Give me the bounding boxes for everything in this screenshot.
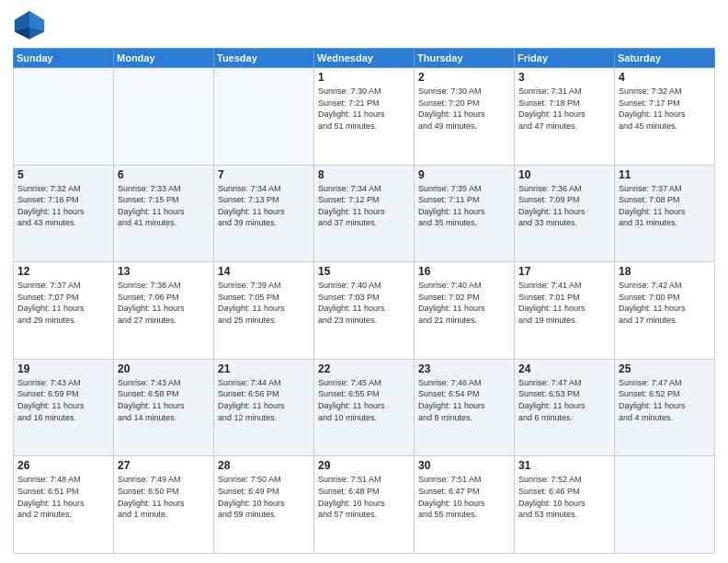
- day-info: Sunrise: 7:45 AM Sunset: 6:55 PM Dayligh…: [318, 377, 410, 423]
- day-info: Sunrise: 7:47 AM Sunset: 6:52 PM Dayligh…: [619, 377, 711, 423]
- day-number: 29: [318, 459, 410, 472]
- day-header-friday: Friday: [515, 49, 615, 68]
- day-number: 28: [218, 459, 310, 472]
- day-info: Sunrise: 7:47 AM Sunset: 6:53 PM Dayligh…: [518, 377, 610, 423]
- day-number: 1: [318, 71, 410, 84]
- calendar-cell: 6Sunrise: 7:33 AM Sunset: 7:15 PM Daylig…: [114, 165, 214, 262]
- day-number: 27: [118, 459, 210, 472]
- calendar-cell: 14Sunrise: 7:39 AM Sunset: 7:05 PM Dayli…: [214, 262, 314, 360]
- day-info: Sunrise: 7:46 AM Sunset: 6:54 PM Dayligh…: [418, 377, 510, 423]
- calendar-cell: 4Sunrise: 7:32 AM Sunset: 7:17 PM Daylig…: [615, 68, 715, 166]
- day-number: 10: [518, 168, 610, 181]
- day-header-wednesday: Wednesday: [314, 49, 415, 68]
- day-info: Sunrise: 7:33 AM Sunset: 7:15 PM Dayligh…: [118, 183, 210, 229]
- calendar: SundayMondayTuesdayWednesdayThursdayFrid…: [13, 48, 715, 554]
- day-number: 17: [518, 265, 610, 278]
- calendar-cell: 1Sunrise: 7:30 AM Sunset: 7:21 PM Daylig…: [314, 68, 415, 166]
- day-info: Sunrise: 7:40 AM Sunset: 7:02 PM Dayligh…: [418, 280, 510, 326]
- page: SundayMondayTuesdayWednesdayThursdayFrid…: [0, 0, 728, 563]
- calendar-cell: 18Sunrise: 7:42 AM Sunset: 7:00 PM Dayli…: [615, 262, 715, 360]
- day-number: 22: [318, 362, 410, 375]
- week-row-3: 12Sunrise: 7:37 AM Sunset: 7:07 PM Dayli…: [14, 262, 715, 360]
- day-info: Sunrise: 7:40 AM Sunset: 7:03 PM Dayligh…: [318, 280, 410, 326]
- day-header-monday: Monday: [114, 49, 214, 68]
- calendar-cell: 24Sunrise: 7:47 AM Sunset: 6:53 PM Dayli…: [515, 359, 615, 456]
- day-number: 9: [418, 168, 510, 181]
- logo-icon: [13, 9, 46, 42]
- calendar-cell: [615, 456, 715, 554]
- calendar-cell: 21Sunrise: 7:44 AM Sunset: 6:56 PM Dayli…: [214, 359, 314, 456]
- day-info: Sunrise: 7:30 AM Sunset: 7:21 PM Dayligh…: [318, 86, 410, 132]
- day-number: 14: [218, 265, 310, 278]
- day-number: 7: [218, 168, 310, 181]
- day-info: Sunrise: 7:44 AM Sunset: 6:56 PM Dayligh…: [218, 377, 310, 423]
- calendar-cell: 31Sunrise: 7:52 AM Sunset: 6:46 PM Dayli…: [515, 456, 615, 554]
- day-number: 8: [318, 168, 410, 181]
- calendar-cell: 5Sunrise: 7:32 AM Sunset: 7:16 PM Daylig…: [14, 165, 114, 262]
- calendar-cell: 13Sunrise: 7:38 AM Sunset: 7:06 PM Dayli…: [114, 262, 214, 360]
- day-info: Sunrise: 7:37 AM Sunset: 7:07 PM Dayligh…: [17, 280, 109, 326]
- day-number: 30: [418, 459, 510, 472]
- day-header-tuesday: Tuesday: [214, 49, 314, 68]
- day-info: Sunrise: 7:34 AM Sunset: 7:13 PM Dayligh…: [218, 183, 310, 229]
- day-info: Sunrise: 7:31 AM Sunset: 7:18 PM Dayligh…: [518, 86, 610, 132]
- day-header-saturday: Saturday: [615, 49, 715, 68]
- day-info: Sunrise: 7:50 AM Sunset: 6:49 PM Dayligh…: [218, 474, 310, 520]
- day-info: Sunrise: 7:51 AM Sunset: 6:47 PM Dayligh…: [418, 474, 510, 520]
- day-info: Sunrise: 7:32 AM Sunset: 7:17 PM Dayligh…: [619, 86, 711, 132]
- calendar-cell: 12Sunrise: 7:37 AM Sunset: 7:07 PM Dayli…: [14, 262, 114, 360]
- day-info: Sunrise: 7:35 AM Sunset: 7:11 PM Dayligh…: [418, 183, 510, 229]
- calendar-cell: 23Sunrise: 7:46 AM Sunset: 6:54 PM Dayli…: [415, 359, 515, 456]
- day-number: 26: [17, 459, 109, 472]
- day-number: 2: [418, 71, 510, 84]
- calendar-cell: 22Sunrise: 7:45 AM Sunset: 6:55 PM Dayli…: [314, 359, 415, 456]
- day-info: Sunrise: 7:39 AM Sunset: 7:05 PM Dayligh…: [218, 280, 310, 326]
- day-number: 23: [418, 362, 510, 375]
- calendar-cell: 2Sunrise: 7:30 AM Sunset: 7:20 PM Daylig…: [415, 68, 515, 166]
- day-info: Sunrise: 7:30 AM Sunset: 7:20 PM Dayligh…: [418, 86, 510, 132]
- day-info: Sunrise: 7:34 AM Sunset: 7:12 PM Dayligh…: [318, 183, 410, 229]
- week-row-1: 1Sunrise: 7:30 AM Sunset: 7:21 PM Daylig…: [14, 68, 715, 166]
- day-number: 5: [17, 168, 109, 181]
- calendar-cell: [214, 68, 314, 166]
- day-info: Sunrise: 7:36 AM Sunset: 7:09 PM Dayligh…: [518, 183, 610, 229]
- calendar-cell: 20Sunrise: 7:43 AM Sunset: 6:58 PM Dayli…: [114, 359, 214, 456]
- day-header-sunday: Sunday: [14, 49, 114, 68]
- header: [13, 9, 715, 42]
- calendar-cell: 29Sunrise: 7:51 AM Sunset: 6:48 PM Dayli…: [314, 456, 415, 554]
- day-info: Sunrise: 7:49 AM Sunset: 6:50 PM Dayligh…: [118, 474, 210, 520]
- calendar-cell: 15Sunrise: 7:40 AM Sunset: 7:03 PM Dayli…: [314, 262, 415, 360]
- day-info: Sunrise: 7:41 AM Sunset: 7:01 PM Dayligh…: [518, 280, 610, 326]
- calendar-cell: 17Sunrise: 7:41 AM Sunset: 7:01 PM Dayli…: [515, 262, 615, 360]
- day-number: 13: [118, 265, 210, 278]
- calendar-cell: [14, 68, 114, 166]
- day-number: 25: [619, 362, 711, 375]
- day-number: 4: [619, 71, 711, 84]
- calendar-cell: 26Sunrise: 7:48 AM Sunset: 6:51 PM Dayli…: [14, 456, 114, 554]
- day-number: 18: [619, 265, 711, 278]
- day-info: Sunrise: 7:52 AM Sunset: 6:46 PM Dayligh…: [518, 474, 610, 520]
- calendar-body: 1Sunrise: 7:30 AM Sunset: 7:21 PM Daylig…: [14, 68, 715, 554]
- week-row-4: 19Sunrise: 7:43 AM Sunset: 6:59 PM Dayli…: [14, 359, 715, 456]
- calendar-cell: 7Sunrise: 7:34 AM Sunset: 7:13 PM Daylig…: [214, 165, 314, 262]
- week-row-2: 5Sunrise: 7:32 AM Sunset: 7:16 PM Daylig…: [14, 165, 715, 262]
- logo: [13, 9, 50, 42]
- day-number: 16: [418, 265, 510, 278]
- day-number: 6: [118, 168, 210, 181]
- day-number: 11: [619, 168, 711, 181]
- calendar-cell: 30Sunrise: 7:51 AM Sunset: 6:47 PM Dayli…: [415, 456, 515, 554]
- calendar-header: SundayMondayTuesdayWednesdayThursdayFrid…: [14, 49, 715, 68]
- day-info: Sunrise: 7:43 AM Sunset: 6:58 PM Dayligh…: [118, 377, 210, 423]
- calendar-cell: 8Sunrise: 7:34 AM Sunset: 7:12 PM Daylig…: [314, 165, 415, 262]
- day-number: 3: [518, 71, 610, 84]
- calendar-cell: 25Sunrise: 7:47 AM Sunset: 6:52 PM Dayli…: [615, 359, 715, 456]
- day-number: 15: [318, 265, 410, 278]
- calendar-cell: 3Sunrise: 7:31 AM Sunset: 7:18 PM Daylig…: [515, 68, 615, 166]
- calendar-cell: 9Sunrise: 7:35 AM Sunset: 7:11 PM Daylig…: [415, 165, 515, 262]
- day-number: 21: [218, 362, 310, 375]
- calendar-cell: 19Sunrise: 7:43 AM Sunset: 6:59 PM Dayli…: [14, 359, 114, 456]
- day-number: 31: [518, 459, 610, 472]
- day-info: Sunrise: 7:48 AM Sunset: 6:51 PM Dayligh…: [17, 474, 109, 520]
- day-header-thursday: Thursday: [415, 49, 515, 68]
- calendar-cell: [114, 68, 214, 166]
